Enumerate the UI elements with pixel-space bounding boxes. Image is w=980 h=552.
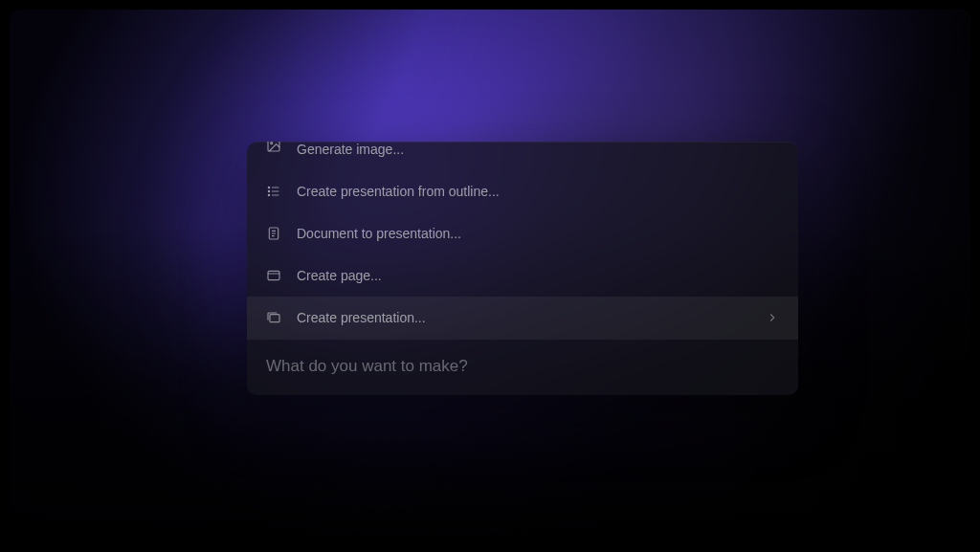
menu-item-create-page[interactable]: Create page... [247,254,798,297]
svg-point-1 [271,143,273,144]
svg-point-6 [268,190,269,191]
command-menu-list: Generate image... Create presentation fr… [247,142,798,339]
document-icon [266,226,281,241]
svg-rect-14 [270,315,279,322]
menu-item-create-presentation-from-outline[interactable]: Create presentation from outline... [247,170,798,212]
image-icon [266,142,281,153]
menu-item-label: Create presentation from outline... [297,184,779,199]
menu-item-generate-image[interactable]: Generate image... [247,142,798,170]
menu-item-document-to-presentation[interactable]: Document to presentation... [247,212,798,254]
prompt-input-row [247,339,798,395]
menu-item-label: Document to presentation... [297,226,779,241]
chevron-right-icon [766,311,779,324]
page-icon [266,268,281,283]
menu-item-create-presentation[interactable]: Create presentation... [247,297,798,339]
app-viewport: Generate image... Create presentation fr… [10,10,970,542]
presentation-icon [266,310,281,325]
menu-item-label: Generate image... [297,142,779,157]
list-icon [266,184,281,199]
menu-item-label: Create page... [297,268,779,283]
svg-point-7 [268,194,269,195]
svg-rect-12 [268,271,279,279]
menu-item-label: Create presentation... [297,310,750,325]
svg-point-5 [268,187,269,188]
prompt-input[interactable] [266,357,779,376]
command-palette: Generate image... Create presentation fr… [247,142,798,395]
